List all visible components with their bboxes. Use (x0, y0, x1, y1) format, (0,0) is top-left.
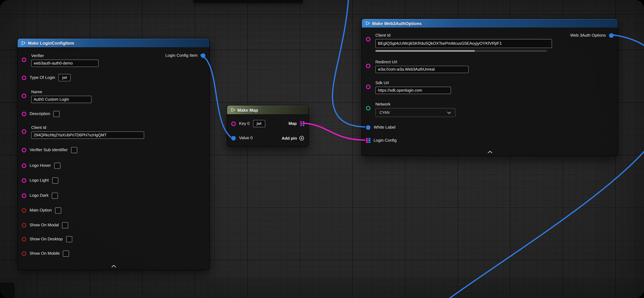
show-on-modal-label: Show On Modal (30, 222, 59, 228)
description-pin[interactable] (22, 112, 26, 116)
logo-light-input[interactable] (52, 177, 58, 184)
client-id-input[interactable]: 294QRkchfq2YaXUbPri7D6PH7xzHgQMT (31, 132, 144, 139)
pin-row-sdk-url: Sdk Url https://sdk.openlogin.com (366, 80, 614, 94)
network-label: Network (376, 102, 456, 107)
pin-row-show-on-mobile: Show On Mobile (22, 250, 206, 257)
main-option-pin[interactable] (22, 208, 26, 212)
show-on-mobile-pin[interactable] (22, 251, 26, 256)
node-make-web3authoptions[interactable]: Make Web3AuthOptions Web 3Auth Options C… (362, 18, 618, 156)
name-pin[interactable] (22, 94, 26, 98)
logo-dark-input[interactable] (52, 192, 58, 199)
show-on-modal-pin[interactable] (22, 223, 26, 228)
type-of-login-label: Type Of Login (30, 75, 55, 80)
pin-row-login-config: Login Config (366, 137, 614, 144)
show-on-desktop-pin[interactable] (22, 237, 26, 241)
logo-hover-pin[interactable] (22, 163, 26, 168)
value0-pin[interactable] (231, 136, 236, 140)
white-label-pin[interactable] (366, 125, 370, 130)
login-config-label: Login Config (374, 138, 397, 143)
pin-row-name: Name Auth0 Custom Login (22, 90, 206, 103)
sdk-url-label: Sdk Url (376, 80, 451, 86)
add-pin-icon (299, 135, 304, 140)
map-row-key0: Key 0 jwt Map (231, 120, 304, 127)
add-pin-button[interactable]: Add pin (282, 135, 304, 140)
logo-dark-label: Logo Dark (30, 193, 49, 198)
map-output-label: Map (288, 121, 297, 126)
white-label-label: White Label (374, 125, 396, 130)
collapse-chevron-icon[interactable] (487, 150, 493, 154)
blueprint-graph-canvas[interactable]: Make LoginConfigItem Login Config Item V… (0, 0, 644, 298)
description-label: Description (30, 111, 50, 116)
redirect-url-input[interactable]: w3a://com.w3a.Web3AuthUnreal (376, 66, 469, 73)
pin-row-redirect-url: Redirect Url w3a://com.w3a.Web3AuthUnrea… (366, 60, 614, 73)
verifier-sub-identifier-pin[interactable] (22, 148, 26, 152)
sdk-url-pin[interactable] (366, 85, 370, 89)
pin-row-white-label: White Label (366, 124, 614, 131)
network-dropdown[interactable]: CYAN (376, 108, 456, 117)
show-on-modal-checkbox[interactable] (62, 222, 68, 228)
client-id-scrollbar[interactable] (376, 50, 547, 52)
pin-row-show-on-desktop: Show On Desktop (22, 235, 206, 243)
login-config-map-pin-icon[interactable] (366, 138, 370, 143)
client-id-label: Client Id (376, 33, 552, 38)
pin-row-network: Network CYAN (366, 102, 614, 117)
verifier-sub-identifier-label: Verifier Sub Identifier (30, 148, 68, 152)
make-struct-icon (365, 21, 370, 26)
show-on-mobile-label: Show On Mobile (30, 251, 60, 256)
node-make-loginconfigitem[interactable]: Make LoginConfigItem Login Config Item V… (17, 38, 210, 270)
description-input[interactable] (54, 111, 60, 117)
map-output-pin-icon[interactable] (300, 121, 304, 126)
node-make-map[interactable]: Make Map Key 0 jwt Map Value 0 Add pin (227, 105, 309, 147)
show-on-mobile-checkbox[interactable] (63, 250, 69, 256)
node-title: Make Web3AuthOptions (372, 21, 422, 26)
sdk-url-input[interactable]: https://sdk.openlogin.com (376, 87, 451, 94)
node-header-make-web3authoptions[interactable]: Make Web3AuthOptions (362, 19, 618, 28)
offscreen-node-top-edge[interactable] (193, 0, 303, 3)
pin-row-type-of-login: Type Of Login jwt (22, 74, 206, 81)
type-of-login-input[interactable]: jwt (58, 74, 71, 81)
network-pin[interactable] (366, 106, 370, 110)
logo-hover-input[interactable] (54, 162, 60, 169)
offscreen-node-bottom-left[interactable] (0, 282, 15, 298)
wire-map-to-login-config (303, 123, 365, 140)
value0-label: Value 0 (239, 136, 253, 140)
key0-pin[interactable] (231, 122, 236, 126)
name-label: Name (31, 90, 92, 94)
pin-row-client-id: Client Id 294QRkchfq2YaXUbPri7D6PH7xzHgQ… (22, 125, 206, 139)
node-header-make-loginconfigitem[interactable]: Make LoginConfigItem (18, 39, 210, 47)
node-title: Make LoginConfigItem (28, 40, 74, 46)
logo-dark-pin[interactable] (22, 193, 26, 198)
pin-row-client-id: Client Id BEglQSgt4cUWcj6SKRdu5QkOXTsePm… (366, 33, 614, 52)
show-on-desktop-label: Show On Desktop (30, 236, 63, 242)
show-on-desktop-checkbox[interactable] (66, 236, 72, 242)
chevron-down-icon (447, 111, 451, 114)
client-id-scrollbar-thumb[interactable] (376, 50, 475, 52)
add-pin-label: Add pin (282, 136, 297, 140)
key0-label: Key 0 (239, 121, 250, 126)
redirect-url-pin[interactable] (366, 64, 370, 68)
client-id-input[interactable]: BEglQSgt4cUWcj6SKRdu5QkOXTsePmMcusG5EAoy… (376, 39, 552, 48)
verifier-input[interactable]: web3auth-auth0-demo (31, 60, 98, 67)
main-option-checkbox[interactable] (55, 207, 61, 213)
pin-row-show-on-modal: Show On Modal (22, 221, 206, 229)
client-id-pin[interactable] (22, 129, 26, 134)
make-struct-icon (21, 41, 26, 45)
pin-row-logo-dark: Logo Dark (22, 192, 206, 199)
logo-hover-label: Logo Hover (30, 163, 51, 168)
node-header-make-map[interactable]: Make Map (227, 106, 308, 114)
pin-row-description: Description (22, 110, 206, 117)
network-selected-value: CYAN (380, 110, 390, 114)
pin-row-logo-light: Logo Light (22, 176, 206, 184)
logo-light-pin[interactable] (22, 178, 26, 182)
client-id-pin[interactable] (366, 37, 370, 42)
collapse-chevron-icon[interactable] (111, 264, 116, 268)
key0-input[interactable]: jwt (253, 120, 265, 127)
verifier-sub-identifier-input[interactable] (71, 147, 77, 153)
type-of-login-pin[interactable] (22, 76, 26, 80)
screenshot-frame: Make LoginConfigItem Login Config Item V… (0, 0, 644, 298)
verifier-pin[interactable] (22, 58, 26, 62)
redirect-url-label: Redirect Url (376, 60, 469, 64)
name-input[interactable]: Auth0 Custom Login (31, 96, 92, 103)
pin-row-logo-hover: Logo Hover (22, 162, 206, 169)
wire-top-to-white-label (332, 0, 365, 127)
